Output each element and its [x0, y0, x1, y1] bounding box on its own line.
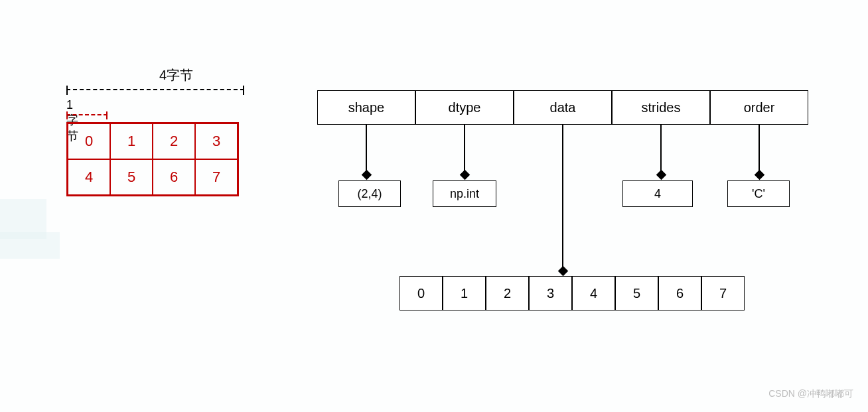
bracket-1-byte	[66, 114, 108, 115]
data-cell: 0	[399, 276, 443, 310]
watermark-text: CSDN @冲鸭嘟嘟可	[768, 388, 853, 400]
attribute-header-row: shape dtype data strides order	[317, 90, 808, 125]
value-dtype: np.int	[433, 180, 496, 207]
header-dtype: dtype	[415, 90, 514, 125]
value-strides: 4	[622, 180, 693, 207]
data-cell: 7	[701, 276, 745, 310]
data-flat-row: 0 1 2 3 4 5 6 7	[399, 276, 745, 310]
diamond-icon	[557, 266, 568, 277]
grid-cell: 4	[68, 159, 110, 195]
data-cell: 6	[658, 276, 701, 310]
label-4-bytes: 4字节	[159, 66, 193, 84]
ndarray-structure: shape dtype data strides order (2,4) np.…	[317, 90, 808, 342]
data-cell: 3	[529, 276, 572, 310]
value-shape: (2,4)	[338, 180, 401, 207]
grid-cell: 6	[153, 159, 195, 195]
diamond-icon	[361, 170, 372, 180]
grid-cell: 1	[110, 123, 153, 159]
diamond-icon	[656, 170, 666, 180]
data-cell: 1	[443, 276, 486, 310]
grid-cell: 7	[195, 159, 238, 195]
connector-line	[562, 125, 563, 272]
diagram-container: 4字节 1字节 0 1 2 3 4 5 6 7 shape dtype data…	[0, 0, 868, 412]
header-order: order	[710, 90, 808, 125]
diamond-icon	[459, 170, 470, 180]
data-cell: 4	[572, 276, 615, 310]
header-shape: shape	[317, 90, 415, 125]
header-data: data	[514, 90, 612, 125]
value-order: 'C'	[727, 180, 790, 207]
grid-cell: 2	[153, 123, 195, 159]
grid-cell: 3	[195, 123, 238, 159]
bracket-4-bytes	[66, 89, 244, 90]
data-cell: 5	[615, 276, 658, 310]
bg-decor	[0, 232, 60, 259]
diamond-icon	[754, 170, 764, 180]
grid-cell: 0	[68, 123, 110, 159]
byte-grid: 0 1 2 3 4 5 6 7	[66, 122, 239, 196]
header-strides: strides	[612, 90, 710, 125]
grid-cell: 5	[110, 159, 153, 195]
data-cell: 2	[486, 276, 529, 310]
